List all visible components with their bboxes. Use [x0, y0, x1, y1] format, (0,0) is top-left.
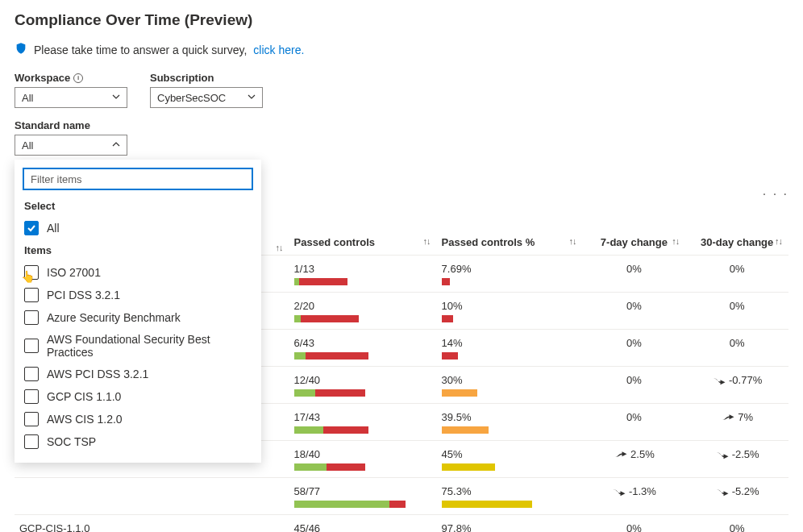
- checkbox-icon: [24, 412, 39, 426]
- cell-passed-pct: 30%: [437, 367, 583, 404]
- standard-option-label: GCP CIS 1.1.0: [47, 390, 121, 403]
- cell-7day: 0%: [583, 256, 686, 293]
- workspace-label: Workspace i: [15, 72, 127, 84]
- workspace-dropdown[interactable]: All: [15, 87, 127, 108]
- cell-passed: 58/77: [289, 478, 437, 515]
- cell-passed: 6/43: [289, 330, 437, 367]
- cell-passed: 2/20: [289, 293, 437, 330]
- standard-name-dropdown[interactable]: All: [15, 135, 127, 156]
- cell-passed-pct: 10%: [437, 293, 583, 330]
- sort-button[interactable]: ↑↓: [276, 243, 283, 252]
- survey-banner: Please take time to answer a quick surve…: [15, 42, 788, 57]
- standard-option-label: AWS CIS 1.2.0: [47, 413, 123, 426]
- sort-button[interactable]: ↑↓: [423, 236, 431, 246]
- info-icon[interactable]: i: [73, 73, 83, 83]
- standard-option[interactable]: AWS Foundational Security Best Practices: [15, 329, 261, 363]
- cell-30day: 7%: [685, 404, 788, 441]
- standard-name-label: Standard name: [15, 119, 788, 131]
- cell-passed: 1/13: [289, 256, 437, 293]
- cell-7day: 0%: [583, 515, 686, 533]
- standard-option-label: SOC TSP: [47, 435, 96, 448]
- checkbox-icon: [24, 367, 39, 381]
- standard-option-label: AWS Foundational Security Best Practices: [47, 333, 252, 359]
- col-passed: Passed controls: [294, 236, 375, 248]
- subscription-label: Subscription: [150, 72, 263, 84]
- cell-30day: 0%: [685, 256, 788, 293]
- cell-passed-pct: 75.3%: [437, 478, 583, 515]
- standard-option[interactable]: ISO 27001👆: [15, 261, 261, 284]
- standard-option-label: Azure Security Benchmark: [47, 311, 181, 324]
- cell-30day: 0%: [685, 330, 788, 367]
- standard-dropdown-panel: Select All Items ISO 27001👆PCI DSS 3.2.1…: [15, 160, 261, 463]
- cell-30day: -2.5%: [685, 441, 788, 478]
- standard-option-label: ISO 27001: [47, 266, 101, 279]
- col-passed-pct: Passed controls %: [442, 236, 535, 248]
- cell-passed: 45/46: [289, 515, 437, 533]
- checkbox-icon: [24, 389, 39, 404]
- standard-option[interactable]: SOC TSP: [15, 430, 261, 453]
- chevron-up-icon: [112, 140, 120, 150]
- cell-standard: [15, 478, 289, 515]
- sort-button[interactable]: ↑↓: [569, 236, 576, 246]
- cell-30day: -0.77%: [685, 367, 788, 404]
- survey-text: Please take time to answer a quick surve…: [34, 44, 247, 56]
- sort-button[interactable]: ↑↓: [775, 236, 782, 246]
- sort-button[interactable]: ↑↓: [672, 236, 679, 246]
- select-all-option[interactable]: All: [15, 217, 261, 239]
- standard-option[interactable]: AWS CIS 1.2.0: [15, 408, 261, 430]
- standard-option-label: AWS PCI DSS 3.2.1: [47, 368, 148, 380]
- standard-option[interactable]: AWS PCI DSS 3.2.1: [15, 363, 261, 385]
- checkbox-icon: [24, 265, 39, 280]
- chevron-down-icon: [248, 93, 256, 102]
- checkbox-icon: [24, 310, 39, 325]
- cell-passed-pct: 45%: [437, 441, 583, 478]
- cell-passed: 12/40: [289, 367, 437, 404]
- cell-30day: 0%: [685, 293, 788, 330]
- table-row[interactable]: 58/7775.3%-1.3%-5.2%: [15, 478, 788, 515]
- cell-standard: GCP-CIS-1.1.0: [15, 515, 289, 533]
- cell-7day: 0%: [583, 330, 686, 367]
- cell-7day: 2.5%: [583, 441, 686, 478]
- table-row[interactable]: GCP-CIS-1.1.045/4697.8%0%0%: [15, 515, 788, 533]
- cell-passed-pct: 7.69%: [437, 256, 583, 293]
- select-section-label: Select: [15, 198, 261, 217]
- cell-7day: -1.3%: [583, 478, 686, 515]
- items-section-label: Items: [15, 239, 261, 261]
- cell-30day: 0%: [685, 515, 788, 533]
- standard-option[interactable]: PCI DSS 3.2.1: [15, 284, 261, 306]
- chevron-down-icon: [112, 93, 120, 102]
- subscription-dropdown[interactable]: CyberSecSOC: [150, 87, 263, 108]
- more-button[interactable]: · · ·: [763, 187, 788, 202]
- checkbox-icon: [24, 288, 39, 302]
- cell-30day: -5.2%: [685, 478, 788, 515]
- cell-passed-pct: 14%: [437, 330, 583, 367]
- standard-option[interactable]: GCP CIS 1.1.0: [15, 385, 261, 408]
- standard-option[interactable]: Azure Security Benchmark: [15, 306, 261, 329]
- shield-icon: [15, 42, 27, 57]
- cell-7day: 0%: [583, 293, 686, 330]
- checkbox-icon: [24, 339, 39, 353]
- filter-items-input[interactable]: [23, 168, 253, 190]
- col-7d: 7-day change: [601, 236, 668, 248]
- checkbox-checked-icon: [24, 221, 39, 235]
- page-title: Compliance Over Time (Preview): [15, 11, 788, 29]
- checkbox-icon: [24, 434, 39, 449]
- col-30d: 30-day change: [701, 236, 773, 248]
- survey-link[interactable]: click here.: [253, 44, 304, 56]
- cell-passed: 17/43: [289, 404, 437, 441]
- cell-passed: 18/40: [289, 441, 437, 478]
- cell-7day: 0%: [583, 367, 686, 404]
- cell-passed-pct: 97.8%: [437, 515, 583, 533]
- cell-passed-pct: 39.5%: [437, 404, 583, 441]
- standard-option-label: PCI DSS 3.2.1: [47, 289, 120, 301]
- cell-7day: 0%: [583, 404, 686, 441]
